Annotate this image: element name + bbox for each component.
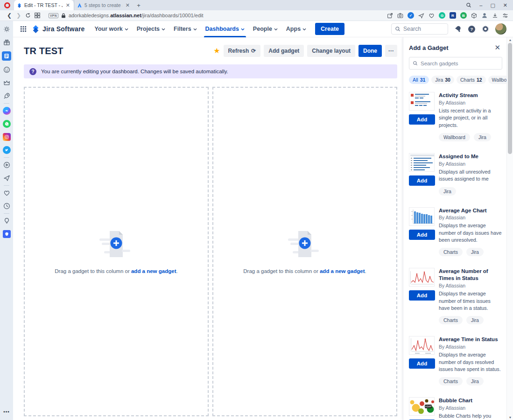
- b-extension-icon[interactable]: B: [460, 12, 467, 19]
- smiley-icon[interactable]: [3, 66, 11, 74]
- gadget-title: Average Time in Status: [439, 336, 502, 343]
- bookmark-heart-icon[interactable]: [429, 13, 435, 19]
- gadget-search[interactable]: [409, 57, 502, 70]
- dashboard-column-1[interactable]: Drag a gadget to this column or add a ne…: [24, 87, 209, 416]
- add-new-gadget-link[interactable]: add a new gadget: [131, 268, 176, 274]
- maximize-button[interactable]: ▢: [490, 2, 495, 8]
- gadget-tag: Jira: [466, 316, 484, 324]
- close-button[interactable]: ✕: [503, 2, 507, 8]
- filter-charts[interactable]: Charts12: [457, 76, 486, 84]
- easy-setup-icon[interactable]: [3, 25, 11, 33]
- new-tab-button[interactable]: +: [134, 0, 144, 10]
- nav-people[interactable]: People: [249, 21, 282, 37]
- gadget-add-button[interactable]: Add: [409, 230, 435, 240]
- more-actions-button[interactable]: ···: [385, 45, 397, 57]
- filter-jira[interactable]: Jira30: [431, 76, 454, 84]
- gadget-description: Displays the average number of days issu…: [439, 222, 502, 244]
- downloads-icon[interactable]: [492, 13, 498, 19]
- gift-icon[interactable]: [3, 38, 11, 46]
- change-layout-button[interactable]: Change layout: [307, 45, 355, 57]
- scrollbar-thumb[interactable]: [508, 43, 512, 154]
- search-icon: [395, 26, 401, 32]
- heart-icon[interactable]: [3, 189, 11, 197]
- global-search[interactable]: [391, 23, 448, 35]
- tab-close-icon[interactable]: ✕: [65, 2, 71, 8]
- user-avatar[interactable]: [495, 23, 506, 35]
- dashboard-column-2[interactable]: Drag a gadget to this column or add a ne…: [212, 87, 397, 416]
- rocket-icon[interactable]: [3, 92, 11, 100]
- back-icon[interactable]: ❮: [5, 12, 14, 19]
- share-icon[interactable]: [387, 13, 393, 19]
- create-button[interactable]: Create: [315, 23, 344, 35]
- add-gadget-illustration: [98, 229, 135, 260]
- send-icon[interactable]: [3, 174, 11, 182]
- jira-app: Jira Software Your work Projects Filters…: [13, 21, 513, 420]
- panel-scrollbar[interactable]: ▲ ▼: [506, 37, 513, 420]
- panel-close-icon[interactable]: ✕: [492, 42, 502, 53]
- add-new-gadget-link[interactable]: add a new gadget: [320, 268, 365, 274]
- reload-icon[interactable]: [23, 13, 33, 18]
- gadget-search-input[interactable]: [421, 61, 499, 66]
- filter-all[interactable]: All31: [409, 76, 429, 84]
- jira-logo[interactable]: Jira Software: [30, 25, 91, 33]
- speed-dial-icon[interactable]: [33, 13, 42, 18]
- nav-dashboards[interactable]: Dashboards: [201, 21, 249, 37]
- idea-icon[interactable]: [3, 217, 11, 225]
- news-icon[interactable]: [2, 51, 11, 61]
- gadget-list: Add Activity Stream By Atlassian Lists r…: [409, 92, 502, 420]
- app-switcher-icon[interactable]: [17, 22, 30, 35]
- sidebar-setup-icon[interactable]: [502, 13, 508, 19]
- settings-gear-icon[interactable]: [482, 25, 489, 33]
- help-icon[interactable]: ?: [468, 25, 476, 33]
- opera-logo[interactable]: [0, 0, 14, 10]
- notifications-icon[interactable]: [454, 25, 462, 33]
- reader-extension-icon[interactable]: R: [450, 12, 456, 19]
- gadget-thumbnail: [409, 153, 435, 172]
- grammarly-extension-icon[interactable]: G: [439, 12, 445, 19]
- crown-icon[interactable]: [3, 79, 11, 87]
- sidebar-more-icon[interactable]: •••: [3, 409, 10, 414]
- history-icon[interactable]: [3, 202, 11, 210]
- lock-icon[interactable]: [61, 13, 66, 18]
- gadget-tag: Charts: [439, 248, 463, 256]
- vpn-check-icon[interactable]: ✓: [408, 12, 414, 19]
- instagram-icon[interactable]: [3, 133, 11, 141]
- gadget-description: Displays the average number of times iss…: [439, 290, 502, 312]
- nav-your-work[interactable]: Your work: [91, 21, 133, 37]
- forward-icon[interactable]: ❯: [14, 12, 23, 19]
- player-icon[interactable]: [3, 161, 11, 169]
- messenger-icon[interactable]: [3, 107, 11, 115]
- search-icon[interactable]: [466, 2, 471, 8]
- gadget-add-button[interactable]: Add: [409, 175, 435, 186]
- scroll-down-icon[interactable]: ▼: [507, 416, 513, 419]
- minimize-button[interactable]: –: [479, 2, 482, 8]
- favorite-star-icon[interactable]: ★: [213, 47, 220, 55]
- browser-tab-active[interactable]: Edit - TR TEST - Jira ✕: [14, 0, 74, 10]
- profile-icon[interactable]: [481, 12, 488, 19]
- page-title: TR TEST: [24, 46, 213, 56]
- scroll-up-icon[interactable]: ▲: [507, 38, 513, 42]
- gadget-author: By Atlassian: [439, 344, 502, 350]
- nav-apps[interactable]: Apps: [282, 21, 310, 37]
- refresh-button[interactable]: Refresh⟳: [224, 45, 261, 57]
- flow-send-icon[interactable]: [418, 13, 424, 19]
- add-gadget-button[interactable]: Add gadget: [264, 45, 304, 57]
- nav-projects[interactable]: Projects: [133, 21, 169, 37]
- whatsapp-icon[interactable]: [3, 120, 11, 128]
- snapshot-icon[interactable]: [397, 13, 403, 19]
- url-field[interactable]: VPN adorkabledesigns.atlassian.net/jira/…: [49, 13, 387, 18]
- browser-tab-inactive[interactable]: 5 steps to create a killer ✕: [74, 0, 134, 10]
- vpn-badge[interactable]: VPN: [49, 13, 58, 18]
- opera-sidebar: •••: [0, 21, 13, 420]
- gadget-add-button[interactable]: Add: [409, 290, 435, 301]
- filter-wallboard[interactable]: Wallboard5: [488, 76, 506, 84]
- shield-icon[interactable]: [3, 230, 11, 238]
- search-input[interactable]: [403, 26, 441, 32]
- cube-extension-icon[interactable]: [471, 13, 477, 19]
- nav-filters[interactable]: Filters: [169, 21, 201, 37]
- tab-close-icon[interactable]: ✕: [125, 2, 131, 8]
- gadget-add-button[interactable]: Add: [409, 358, 435, 369]
- done-button[interactable]: Done: [358, 45, 382, 57]
- gadget-add-button[interactable]: Add: [409, 114, 435, 125]
- twitter-icon[interactable]: [3, 146, 11, 154]
